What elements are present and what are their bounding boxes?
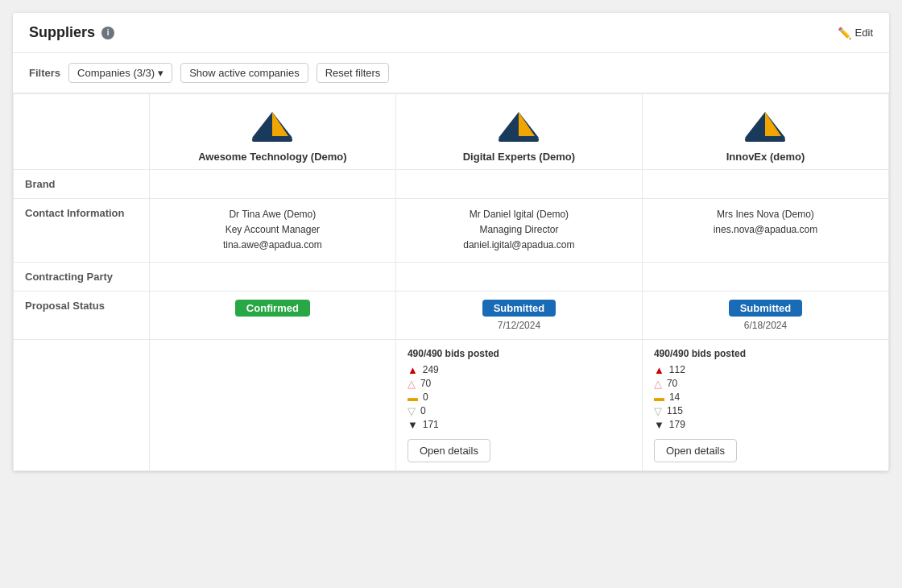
contact-1: Dr Tina Awe (Demo) Key Account Manager t… <box>149 199 395 263</box>
bid-count-3-1: 112 <box>669 364 685 375</box>
chevron-down-icon: ▾ <box>158 67 163 79</box>
svg-marker-7 <box>765 112 781 136</box>
bids-1 <box>149 339 395 470</box>
bid-row-3-3: ▬ 14 <box>654 391 877 404</box>
companies-filter-btn[interactable]: Companies (3/3) ▾ <box>68 63 172 83</box>
reset-filters-btn[interactable]: Reset filters <box>317 63 390 83</box>
brand-row: Brand <box>14 170 889 199</box>
supplier-table: Awesome Technology (Demo) Digital Expert… <box>13 93 889 471</box>
supplier-name-3: InnovEx (demo) <box>726 151 805 163</box>
status-badge-confirmed: Confirmed <box>235 300 310 317</box>
bid-count-2-3: 0 <box>423 391 428 403</box>
contact-label: Contact Information <box>14 199 150 263</box>
table-header-label <box>14 94 150 170</box>
bid-count-2-1: 249 <box>423 364 439 375</box>
bids-2: 490/490 bids posted ▲ 249 △ 70 ▬ <box>395 339 642 470</box>
bid-count-2-2: 70 <box>420 378 431 389</box>
bids-row: 490/490 bids posted ▲ 249 △ 70 ▬ <box>14 339 889 470</box>
contact-2-title: Managing Director <box>408 222 631 238</box>
brand-3 <box>642 170 888 199</box>
proposal-status-row: Proposal Status Confirmed Submitted 7/12… <box>14 291 889 339</box>
supplier-logo-1 <box>248 106 296 146</box>
contact-3-name: Mrs Ines Nova (Demo) <box>654 207 877 222</box>
arrow-up-outline-icon: △ <box>408 378 416 390</box>
bid-row-2-1: ▲ 249 <box>408 364 631 376</box>
filters-label: Filters <box>29 67 60 79</box>
contact-3-email: ines.nova@apadua.com <box>654 222 877 238</box>
edit-button[interactable]: ✏️ Edit <box>838 27 873 39</box>
contracting-3 <box>642 262 888 291</box>
contracting-label: Contracting Party <box>14 262 150 291</box>
contact-1-email: tina.awe@apadua.com <box>161 238 384 253</box>
arrow-up-filled-icon-3: ▲ <box>654 364 664 376</box>
contracting-2 <box>395 262 642 291</box>
contact-1-title: Key Account Manager <box>161 222 384 238</box>
page-title: Suppliers i <box>29 24 114 41</box>
arrow-down-outline-icon: ▽ <box>408 405 416 417</box>
svg-rect-2 <box>252 138 292 142</box>
pencil-icon: ✏️ <box>838 27 851 39</box>
companies-filter-label: Companies (3/3) <box>77 67 155 79</box>
open-details-btn-3[interactable]: Open details <box>654 439 737 462</box>
contact-2-email: daniel.igital@apadua.com <box>408 238 631 253</box>
brand-2 <box>395 170 642 199</box>
arrow-down-filled-icon: ▼ <box>408 419 418 431</box>
contracting-row: Contracting Party <box>14 262 889 291</box>
arrow-right-icon-3: ▬ <box>654 391 664 404</box>
brand-1 <box>149 170 395 199</box>
show-active-label: Show active companies <box>189 67 300 79</box>
supplier-name-1: Awesome Technology (Demo) <box>198 151 346 163</box>
contact-2-name: Mr Daniel Igital (Demo) <box>408 207 631 222</box>
bid-count-2-5: 171 <box>423 419 439 430</box>
bid-row-3-4: ▽ 115 <box>654 405 877 417</box>
bid-count-3-2: 70 <box>667 378 677 389</box>
bid-count-3-4: 115 <box>667 405 683 416</box>
info-icon[interactable]: i <box>101 27 114 39</box>
filters-row: Filters Companies (3/3) ▾ Show active co… <box>13 53 889 93</box>
supplier-header-2: Digital Experts (Demo) <box>395 94 642 170</box>
svg-marker-4 <box>519 112 535 136</box>
svg-rect-8 <box>745 138 785 142</box>
bids-3: 490/490 bids posted ▲ 112 △ 70 ▬ <box>642 339 888 470</box>
contact-2: Mr Daniel Igital (Demo) Managing Directo… <box>395 199 642 263</box>
bid-row-3-1: ▲ 112 <box>654 364 877 376</box>
supplier-header-3: InnovEx (demo) <box>642 94 888 170</box>
bids-label <box>14 339 150 470</box>
arrow-up-filled-icon: ▲ <box>408 364 418 376</box>
supplier-logo-2 <box>494 106 543 146</box>
contact-1-name: Dr Tina Awe (Demo) <box>161 207 384 222</box>
open-details-btn-2[interactable]: Open details <box>408 439 490 462</box>
proposal-date-2: 7/12/2024 <box>408 320 631 331</box>
arrow-right-icon: ▬ <box>408 391 418 404</box>
supplier-logo-3 <box>741 106 789 146</box>
bids-total-2: 490/490 bids posted <box>408 348 631 359</box>
proposal-status-label: Proposal Status <box>14 291 150 339</box>
contracting-1 <box>149 262 395 291</box>
bid-count-3-3: 14 <box>669 391 680 403</box>
bid-count-2-4: 0 <box>420 405 426 416</box>
svg-rect-5 <box>499 138 539 142</box>
bid-row-2-3: ▬ 0 <box>408 391 631 404</box>
status-badge-submitted-3: Submitted <box>729 300 803 317</box>
show-active-companies-btn[interactable]: Show active companies <box>180 63 308 83</box>
svg-marker-1 <box>272 112 288 136</box>
bid-count-3-5: 179 <box>669 419 685 430</box>
arrow-down-outline-icon-3: ▽ <box>654 405 662 417</box>
contact-row: Contact Information Dr Tina Awe (Demo) K… <box>14 199 889 263</box>
supplier-header-1: Awesome Technology (Demo) <box>149 94 395 170</box>
supplier-name-2: Digital Experts (Demo) <box>463 151 575 163</box>
edit-label: Edit <box>855 27 873 39</box>
bid-row-3-5: ▼ 179 <box>654 419 877 431</box>
bids-total-3: 490/490 bids posted <box>654 348 877 359</box>
brand-label: Brand <box>14 170 150 199</box>
reset-filters-label: Reset filters <box>325 67 381 79</box>
arrow-up-outline-icon-3: △ <box>654 378 662 390</box>
proposal-status-3: Submitted 6/18/2024 <box>642 291 888 339</box>
page-title-text: Suppliers <box>29 24 95 41</box>
proposal-date-3: 6/18/2024 <box>654 320 877 331</box>
arrow-down-filled-icon-3: ▼ <box>654 419 664 431</box>
bid-row-2-5: ▼ 171 <box>408 419 631 431</box>
bid-row-2-2: △ 70 <box>408 378 631 390</box>
bid-row-3-2: △ 70 <box>654 378 877 390</box>
proposal-status-1: Confirmed <box>149 291 395 339</box>
